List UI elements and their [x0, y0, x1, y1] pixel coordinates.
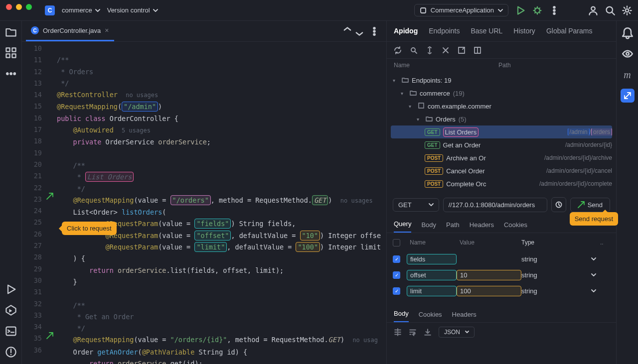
history-tab[interactable]: History	[513, 27, 535, 36]
structure-tool-button[interactable]	[5, 47, 17, 59]
param-value-cell[interactable]	[457, 258, 521, 260]
run-button[interactable]	[515, 5, 525, 15]
more-actions-button[interactable]	[549, 5, 559, 15]
param-name-cell[interactable]: limit	[407, 286, 457, 296]
select-all-checkbox[interactable]	[393, 239, 400, 246]
param-checkbox[interactable]: ✓	[393, 287, 400, 295]
response-sub-tabs: Body Cookies Headers	[387, 307, 616, 323]
tree-root-endpoints[interactable]: ▾ Endpoints: 19	[391, 74, 612, 87]
more-tools-button[interactable]	[5, 68, 17, 80]
global-params-tab[interactable]: Global Params	[546, 27, 593, 36]
ai-assistant-button[interactable]	[621, 47, 635, 61]
chevron-down-icon: ▾	[401, 91, 407, 96]
response-headers-tab[interactable]: Headers	[452, 311, 477, 322]
services-tool-button[interactable]	[5, 304, 17, 316]
param-checkbox[interactable]: ✓	[393, 271, 400, 279]
param-name-cell[interactable]: fields	[407, 254, 457, 264]
reader-mode-button[interactable]	[342, 26, 352, 36]
param-checkbox[interactable]: ✓	[393, 255, 400, 263]
chevron-down-icon	[95, 8, 100, 13]
headers-tab[interactable]: Headers	[470, 221, 494, 233]
debug-button[interactable]	[532, 5, 542, 15]
svg-rect-10	[6, 54, 9, 57]
editor-tab[interactable]: C OrderController.java ×	[26, 21, 114, 41]
download-button[interactable]	[424, 328, 432, 336]
param-type-cell[interactable]: string	[521, 271, 600, 279]
tree-folder-package[interactable]: ▾ com.example.commer	[391, 100, 612, 113]
param-value-cell[interactable]: 10	[457, 270, 521, 280]
request-url-input[interactable]	[443, 198, 547, 212]
search-button[interactable]	[410, 46, 418, 54]
tree-endpoint-archive-order[interactable]: POST Archive an Or /admin/orders/{id}/ar…	[391, 151, 612, 164]
send-request-tooltip: Send request	[570, 212, 618, 226]
svg-rect-9	[12, 48, 15, 51]
param-name-cell[interactable]: offset	[407, 270, 457, 280]
limit-param-highlight: "limit"	[194, 242, 227, 252]
offset-param-highlight: "offset"	[194, 231, 231, 241]
get-method-badge: GET	[425, 141, 440, 149]
format-button[interactable]	[394, 328, 402, 336]
get-method-highlight: GET	[312, 195, 328, 205]
editor-actions-button[interactable]	[369, 26, 379, 36]
search-button[interactable]	[605, 5, 615, 15]
run-configuration-dropdown[interactable]: CommerceApplication	[414, 4, 508, 16]
tree-endpoint-cancel-order[interactable]: POST Cancel Order /admin/orders/{id}/can…	[391, 164, 612, 177]
project-tool-button[interactable]	[5, 26, 17, 38]
maximize-window-icon[interactable]	[26, 4, 32, 10]
api-request-gutter-icon[interactable]	[46, 192, 54, 202]
maven-button[interactable]: m	[621, 68, 635, 82]
kebab-menu-button[interactable]	[354, 26, 364, 36]
project-dropdown[interactable]: commerce	[62, 6, 100, 14]
terminal-tool-button[interactable]	[5, 325, 17, 337]
tree-folder-commerce[interactable]: ▾ commerce (19)	[391, 87, 612, 100]
send-icon	[578, 201, 585, 208]
svg-point-14	[13, 73, 15, 75]
apidog-app-icon[interactable]	[621, 89, 635, 103]
param-value-cell[interactable]: 100	[457, 286, 521, 296]
vcs-dropdown[interactable]: Version control	[107, 6, 158, 14]
wrap-button[interactable]	[409, 328, 417, 336]
endpoints-tab[interactable]: Endpoints	[429, 27, 460, 36]
pin-button[interactable]	[458, 46, 466, 54]
admin-path-highlight: "/admin"	[122, 102, 158, 112]
run-tool-button[interactable]	[5, 283, 17, 295]
notifications-button[interactable]	[621, 26, 635, 40]
base-url-tab[interactable]: Base URL	[471, 27, 503, 36]
settings-button[interactable]	[622, 5, 632, 15]
query-tab[interactable]: Query	[394, 220, 411, 233]
tree-endpoint-list-orders[interactable]: GET List Orders /admin/orders	[391, 125, 612, 138]
response-cookies-tab[interactable]: Cookies	[419, 311, 442, 322]
chevron-down-icon	[465, 330, 469, 334]
response-body-tab[interactable]: Body	[394, 310, 409, 322]
tree-endpoint-complete-order[interactable]: POST Complete Orc /admin/orders/{id}/com…	[391, 177, 612, 190]
history-button[interactable]	[551, 197, 566, 212]
problems-tool-button[interactable]	[5, 346, 17, 358]
http-method-select[interactable]: GET	[393, 198, 439, 212]
run-config-name: CommerceApplication	[431, 6, 494, 14]
apidog-tab[interactable]: Apidog	[394, 27, 418, 36]
layout-button[interactable]	[474, 46, 481, 54]
api-request-gutter-icon[interactable]	[46, 332, 54, 341]
post-method-badge: POST	[425, 154, 443, 162]
expand-collapse-button[interactable]	[426, 46, 434, 54]
chevron-down-icon: ▾	[393, 78, 399, 83]
close-panel-button[interactable]	[442, 46, 450, 54]
code-editor[interactable]: 1011121314151617181920212223242526272829…	[22, 42, 386, 364]
code-content: /** * Orders */ @RestController no usage…	[57, 42, 386, 364]
param-type-cell[interactable]: string	[521, 287, 600, 295]
body-tab[interactable]: Body	[421, 221, 436, 233]
square-icon	[420, 7, 427, 14]
param-type-cell[interactable]: string	[521, 255, 600, 263]
path-tab[interactable]: Path	[446, 221, 460, 233]
account-button[interactable]	[588, 5, 598, 15]
close-window-icon[interactable]	[6, 4, 12, 10]
apidog-toolbar	[387, 42, 616, 59]
minimize-window-icon[interactable]	[16, 4, 22, 10]
format-select[interactable]: JSON	[439, 327, 475, 338]
svg-rect-15	[6, 327, 15, 336]
refresh-button[interactable]	[394, 46, 402, 54]
close-tab-button[interactable]: ×	[105, 26, 109, 34]
tree-endpoint-get-order[interactable]: GET Get an Order /admin/orders/{id}	[391, 138, 612, 151]
tree-folder-orders[interactable]: ▾ Orders (5)	[391, 113, 612, 125]
cookies-tab[interactable]: Cookies	[504, 221, 527, 233]
